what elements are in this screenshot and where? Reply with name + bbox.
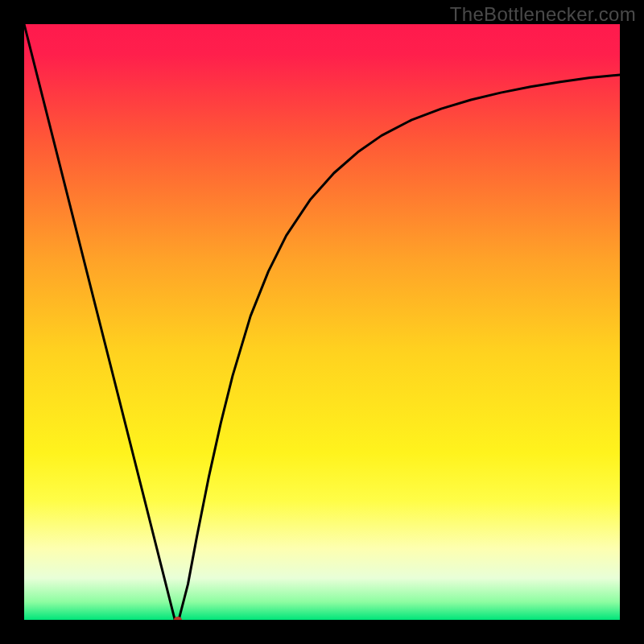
chart-plot-area xyxy=(24,24,620,620)
chart-frame: TheBottlenecker.com xyxy=(0,0,644,644)
watermark-text: TheBottlenecker.com xyxy=(450,3,636,26)
gradient-background xyxy=(24,24,620,620)
chart-svg xyxy=(24,24,620,620)
